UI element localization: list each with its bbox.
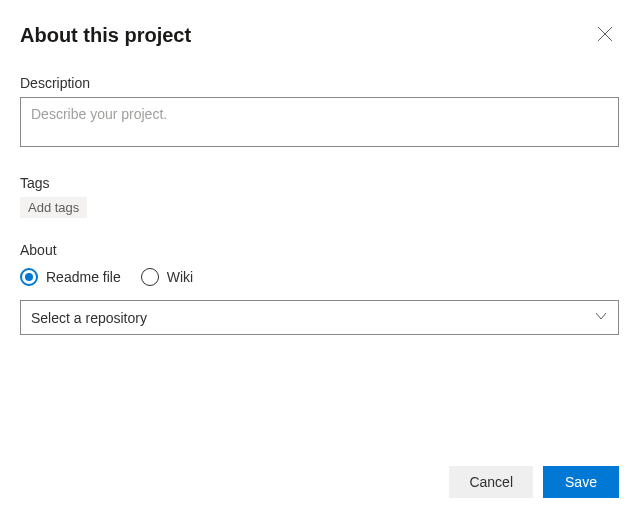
repository-select-text: Select a repository xyxy=(31,310,147,326)
radio-unselected-icon xyxy=(141,268,159,286)
dialog-title: About this project xyxy=(20,24,191,47)
radio-readme-label: Readme file xyxy=(46,269,121,285)
close-icon xyxy=(597,26,613,45)
chevron-down-icon xyxy=(594,309,608,326)
close-button[interactable] xyxy=(591,20,619,51)
radio-wiki[interactable]: Wiki xyxy=(141,268,193,286)
save-button[interactable]: Save xyxy=(543,466,619,498)
radio-readme[interactable]: Readme file xyxy=(20,268,121,286)
description-input[interactable] xyxy=(20,97,619,147)
about-label: About xyxy=(20,242,619,258)
description-label: Description xyxy=(20,75,619,91)
tags-label: Tags xyxy=(20,175,619,191)
add-tags-button[interactable]: Add tags xyxy=(20,197,87,218)
cancel-button[interactable]: Cancel xyxy=(449,466,533,498)
radio-selected-icon xyxy=(20,268,38,286)
radio-wiki-label: Wiki xyxy=(167,269,193,285)
repository-select[interactable]: Select a repository xyxy=(20,300,619,335)
